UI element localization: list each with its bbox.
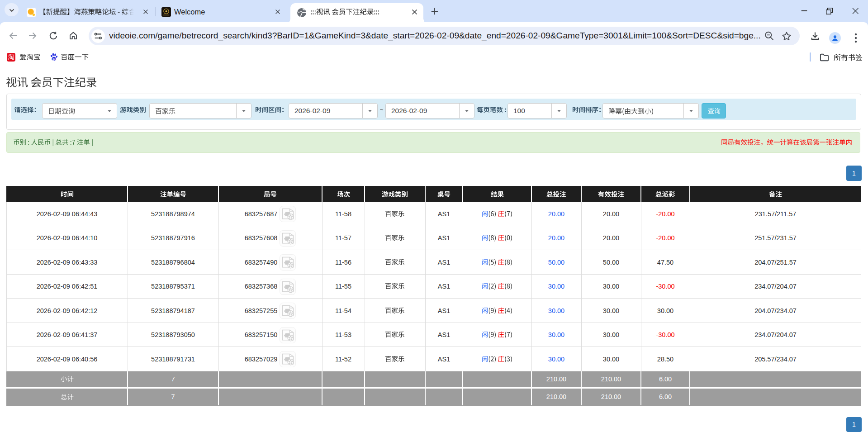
svg-text:du: du — [52, 57, 56, 60]
